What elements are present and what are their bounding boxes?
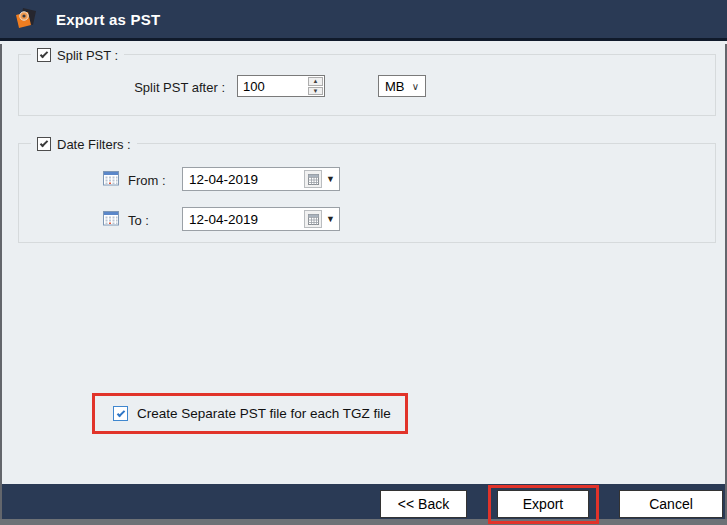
window-border-left [0, 44, 2, 519]
footer-bar: << Back Export Cancel [0, 484, 727, 519]
dialog-title: Export as PST [56, 11, 160, 28]
date-filters-label: Date Filters : [57, 137, 131, 152]
split-pst-checkbox[interactable] [37, 48, 51, 62]
split-size-spinbox: ▲ ▼ [237, 75, 325, 97]
window-border-bottom [0, 519, 727, 525]
to-label: To : [128, 213, 149, 228]
chevron-down-icon: ∨ [412, 81, 425, 92]
export-dialog: Export as PST Split PST : Split PST afte… [0, 0, 727, 525]
separate-pst-label: Create Separate PST file for each TGZ fi… [137, 406, 391, 421]
unit-selected-value: MB [379, 79, 405, 94]
separate-pst-checkbox[interactable] [113, 406, 128, 421]
back-button[interactable]: << Back [380, 490, 467, 518]
calendar-icon [103, 170, 119, 186]
from-calendar-button[interactable] [304, 170, 322, 188]
from-dropdown-arrow-icon[interactable]: ▼ [322, 174, 339, 184]
app-logo-icon [13, 6, 39, 32]
split-pst-label: Split PST : [57, 48, 118, 63]
cancel-button[interactable]: Cancel [619, 490, 723, 518]
date-filters-checkbox[interactable] [37, 137, 51, 151]
checkmark-icon [40, 50, 48, 58]
to-dropdown-arrow-icon[interactable]: ▼ [322, 214, 339, 224]
spinner: ▲ ▼ [307, 76, 324, 96]
calendar-grid-icon [308, 174, 319, 185]
date-filters-group: Date Filters : From : ▼ [18, 143, 716, 243]
split-pst-group: Split PST : Split PST after : ▲ ▼ MB ∨ [18, 54, 716, 116]
split-after-label: Split PST after : [114, 80, 225, 95]
from-date-input[interactable] [183, 172, 304, 187]
to-date-input[interactable] [183, 212, 304, 227]
checkmark-icon [40, 139, 48, 147]
titlebar: Export as PST [0, 0, 727, 41]
split-pst-legend: Split PST : [31, 46, 124, 64]
date-filters-legend: Date Filters : [31, 135, 137, 153]
calendar-grid-icon [308, 214, 319, 225]
calendar-icon [103, 210, 119, 226]
to-calendar-button[interactable] [304, 210, 322, 228]
from-date-field: ▼ [182, 167, 340, 191]
separate-pst-annotation: Create Separate PST file for each TGZ fi… [92, 393, 408, 434]
checkmark-icon [116, 408, 124, 416]
spinner-up-button[interactable]: ▲ [308, 77, 323, 86]
unit-dropdown[interactable]: MB ∨ [378, 75, 426, 97]
spinner-down-button[interactable]: ▼ [308, 87, 323, 96]
split-size-input[interactable] [238, 76, 307, 96]
from-label: From : [128, 173, 166, 188]
export-button[interactable]: Export [497, 490, 589, 518]
to-date-field: ▼ [182, 207, 340, 231]
